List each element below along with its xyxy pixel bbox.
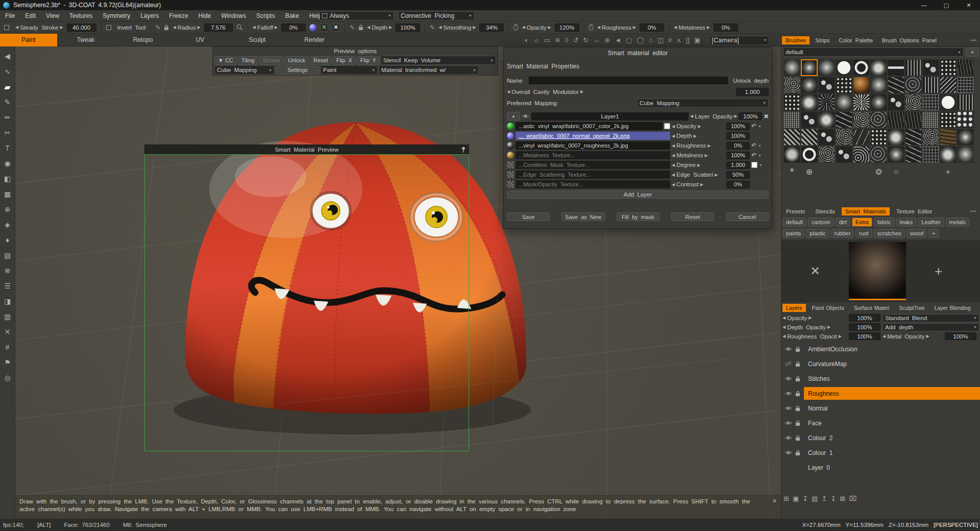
- spinner-inc[interactable]: ▶: [808, 316, 812, 320]
- brush-thumbnail[interactable]: [922, 94, 939, 111]
- category-leather[interactable]: Leather: [918, 218, 944, 227]
- spinner-dec[interactable]: ◀: [782, 316, 786, 320]
- smoothing-value[interactable]: 34%: [479, 23, 504, 32]
- lock-icon[interactable]: [795, 391, 801, 397]
- brush-thumbnail[interactable]: [905, 111, 922, 128]
- category-dirt[interactable]: dirt: [836, 218, 850, 227]
- add-layer-button[interactable]: Add Layer: [507, 190, 769, 199]
- duplicate-layer-icon[interactable]: ▣: [793, 495, 799, 502]
- close-icon[interactable]: ✕: [764, 113, 769, 120]
- mouse-icon[interactable]: [513, 24, 518, 31]
- layer-row[interactable]: CurvatureMap: [781, 356, 980, 371]
- cavity-modulator-spinner[interactable]: ◀Overall Cavity Modulator▶: [507, 89, 583, 95]
- chevron-down-icon[interactable]: ▼: [758, 144, 762, 148]
- ring-tool-icon[interactable]: ◎: [1, 370, 14, 385]
- brush-thumbnail[interactable]: [783, 77, 800, 93]
- brush-thumbnail[interactable]: [940, 111, 957, 128]
- close-icon[interactable]: ✕: [772, 497, 777, 505]
- metalness-spinner[interactable]: ◀Metalness▶: [674, 25, 710, 31]
- material-texture-row[interactable]: ...Metalness Texture...◀Metalness▶100%↶▼: [507, 151, 769, 160]
- layer-row[interactable]: Face: [781, 416, 980, 430]
- layer-name[interactable]: Stitches: [804, 372, 980, 385]
- rotate-icon[interactable]: ↻: [583, 36, 589, 44]
- spinner-inc[interactable]: ▶: [698, 124, 701, 129]
- category-cartoon[interactable]: cartoon: [808, 218, 834, 227]
- eraser-tool-icon[interactable]: ⊗: [1, 263, 14, 278]
- spinner-inc[interactable]: ▶: [707, 143, 710, 148]
- layer-row[interactable]: Normal: [781, 401, 980, 416]
- layer-name[interactable]: Face: [804, 417, 980, 429]
- brush-thumbnail[interactable]: [922, 129, 939, 146]
- flag-tool-icon[interactable]: ⚑: [1, 355, 14, 370]
- pencil-icon[interactable]: ✎: [155, 24, 160, 31]
- lock-icon[interactable]: [164, 25, 169, 31]
- layer-name[interactable]: Colour 2: [804, 431, 980, 444]
- spinner-inc[interactable]: ▶: [715, 173, 718, 177]
- roughness-spinner[interactable]: ◀Roughness▶: [597, 25, 636, 31]
- exposure-icon[interactable]: ≋: [555, 36, 560, 44]
- chevron-down-icon[interactable]: ▼: [758, 125, 762, 128]
- category-rubber[interactable]: rubber: [831, 229, 854, 238]
- cross-icon[interactable]: ⊕: [801, 163, 818, 180]
- param-value[interactable]: 100%: [726, 132, 750, 140]
- category-leaks[interactable]: leaks: [896, 218, 917, 227]
- home-icon[interactable]: ⌂: [649, 36, 653, 44]
- tab-uv[interactable]: UV: [172, 34, 229, 46]
- falloff-spinner[interactable]: ◀Falloff▶: [253, 25, 278, 31]
- undo-icon[interactable]: ↶: [751, 142, 756, 149]
- depth-spinner[interactable]: ◀Depth▶: [367, 25, 392, 31]
- tab-sculpttree[interactable]: SculptTree: [895, 304, 928, 312]
- eye-icon[interactable]: [785, 435, 793, 441]
- move-layer-up-icon[interactable]: ↥: [821, 495, 827, 502]
- brush-thumbnail[interactable]: [905, 146, 922, 163]
- param-spinner[interactable]: ◀Roughness▶: [672, 142, 725, 149]
- brush-thumbnail[interactable]: [836, 111, 852, 128]
- window-control-close[interactable]: ✕: [958, 0, 980, 10]
- opacity-spinner[interactable]: ◀Depth Opacity▶: [782, 324, 847, 330]
- metalness-value[interactable]: 0%: [714, 23, 738, 32]
- brush-tool-icon[interactable]: ▰: [1, 79, 14, 94]
- brush-thumbnail[interactable]: [940, 77, 957, 93]
- lines-tool-icon[interactable]: ▥: [1, 309, 14, 324]
- brush-thumbnail[interactable]: [940, 129, 957, 146]
- param-value[interactable]: 50%: [726, 171, 750, 179]
- texture-slot-label[interactable]: ...vinyl wrap\fabric_0007_roughness_2k.j…: [516, 141, 670, 150]
- brush-thumbnail[interactable]: [870, 129, 887, 146]
- brush-thumbnail[interactable]: [905, 77, 922, 93]
- steady-stroke-checkbox[interactable]: [4, 25, 9, 30]
- eye-off-icon[interactable]: [785, 361, 793, 367]
- category-plastic[interactable]: plastic: [806, 229, 829, 238]
- more-icon[interactable]: •••: [971, 38, 977, 43]
- radius-value[interactable]: 7.576: [204, 23, 233, 32]
- layer-row[interactable]: Colour 1: [781, 445, 980, 460]
- ellipse-icon[interactable]: ◯: [636, 36, 644, 44]
- condition-checkbox[interactable]: [751, 162, 757, 168]
- texture-slot-label[interactable]: ...astic vinyl wrap\fabric_0007_color_2k…: [516, 122, 663, 130]
- plus-icon[interactable]: +: [940, 163, 957, 180]
- brush-thumbnail[interactable]: [888, 59, 904, 76]
- menu-hide[interactable]: Hide: [193, 12, 216, 19]
- eye-icon[interactable]: [785, 405, 793, 411]
- menu-layers[interactable]: Layers: [135, 12, 164, 19]
- steady-stroke-value[interactable]: 40.000: [67, 23, 96, 32]
- param-spinner[interactable]: ◀Depth▶: [672, 133, 725, 139]
- brush-thumbnail[interactable]: [922, 146, 939, 163]
- reset-button[interactable]: Reset: [671, 212, 714, 221]
- picker-tool-icon[interactable]: ⊕: [1, 202, 14, 217]
- brush-thumbnail[interactable]: [853, 77, 870, 93]
- spinner-inc[interactable]: ▶: [705, 153, 708, 158]
- tab-layers[interactable]: Layers: [782, 304, 806, 312]
- save-as-new-button[interactable]: Save as New: [561, 212, 605, 221]
- spinner-dec[interactable]: ◀: [672, 134, 675, 138]
- tab-brushes[interactable]: Brushes: [782, 36, 810, 44]
- spinner-dec[interactable]: ◀: [883, 334, 886, 339]
- spinner-inc[interactable]: ▶: [839, 334, 842, 339]
- layer-row[interactable]: Colour 2: [781, 430, 980, 445]
- brush-thumbnail[interactable]: [940, 146, 957, 163]
- preview-cube-mapping-dropdown[interactable]: Cube Mapping▼: [214, 65, 275, 75]
- orbit-icon[interactable]: ↺: [573, 36, 578, 44]
- layer-name[interactable]: Normal: [804, 402, 980, 415]
- layer-row[interactable]: Roughness: [781, 386, 980, 401]
- contrast-icon[interactable]: ◐: [525, 36, 529, 44]
- brush-thumbnail[interactable]: [922, 59, 939, 76]
